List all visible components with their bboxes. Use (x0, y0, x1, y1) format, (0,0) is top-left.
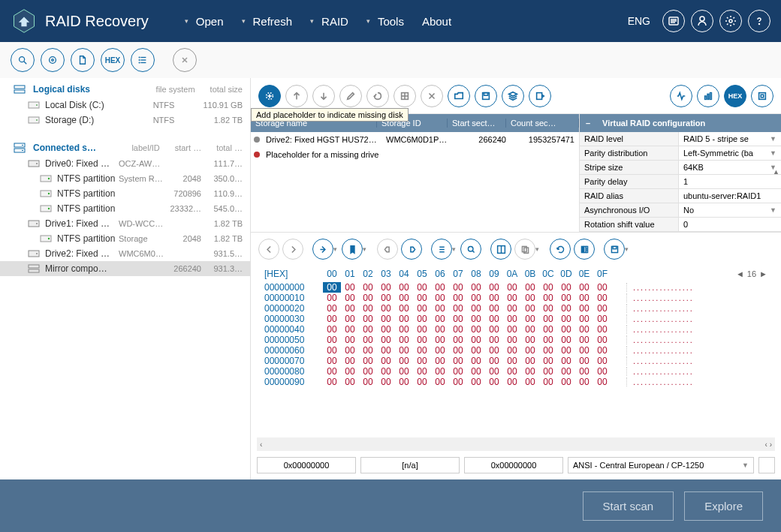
sidebar-logical-header: Logical disks file systemtotal size (0, 78, 250, 98)
svg-point-17 (139, 62, 140, 63)
connected-row[interactable]: NTFS partition 720896110.9… (0, 186, 250, 201)
grid-button[interactable] (394, 85, 416, 107)
menu-about[interactable]: About (416, 11, 457, 32)
connected-row[interactable]: Drive2: Fixed … WMC6M0…931.5… (0, 246, 250, 261)
tag-right-button[interactable] (401, 239, 422, 260)
add-placeholder-button[interactable] (258, 85, 281, 107)
app-logo-icon (11, 8, 38, 35)
svg-rect-58 (707, 94, 709, 99)
connected-row[interactable]: NTFS partition System R…2048350.0… (0, 171, 250, 186)
svg-point-37 (48, 208, 50, 209)
start-scan-button[interactable]: Start scan (583, 491, 674, 521)
undo-button[interactable] (366, 85, 389, 107)
svg-rect-75 (613, 246, 617, 248)
hex-list-button[interactable] (431, 239, 452, 260)
edit-button[interactable] (339, 85, 362, 107)
page-next-icon[interactable]: ► (759, 269, 767, 278)
hex-view[interactable]: [HEX] 000102030405060708090A0B0C0D0E0F ◄… (251, 266, 781, 437)
help-icon[interactable] (748, 10, 770, 32)
connected-row[interactable]: Drive0: Fixed … OCZ-AW…111.7… (0, 156, 250, 171)
connected-row[interactable]: Mirror compo… 266240931.3… (0, 261, 250, 276)
svg-line-9 (24, 62, 27, 65)
hex-copy-button[interactable] (514, 239, 535, 260)
hex-row[interactable]: 0000005000000000000000000000000000000000… (264, 335, 767, 345)
svg-rect-57 (705, 96, 707, 99)
connected-row[interactable]: NTFS partition Storage20481.82 TB (0, 231, 250, 246)
offset-input-2[interactable]: 0x00000000 (464, 457, 563, 473)
chart-icon[interactable] (697, 85, 719, 107)
hex-scrollbar[interactable]: ‹‹ › (257, 437, 775, 451)
hex-icon[interactable]: HEX (101, 48, 125, 72)
nav-back-button[interactable] (258, 239, 279, 260)
raid-config-row[interactable]: Asynchronous I/ONo▼ (580, 203, 781, 218)
menu-refresh[interactable]: Refresh (236, 11, 299, 32)
raid-config-row[interactable]: RAID aliasubuntu-server:RAID1 (580, 189, 781, 203)
hex-row[interactable]: 0000001000000000000000000000000000000000… (264, 293, 767, 303)
raid-config-row[interactable]: Rotation shift value0 (580, 218, 781, 232)
file-icon[interactable] (71, 48, 95, 72)
tag-left-button[interactable] (377, 239, 398, 260)
hex-row[interactable]: 0000007000000000000000000000000000000000… (264, 356, 767, 366)
raid-config-row[interactable]: Stripe size64KB▼ (580, 161, 781, 175)
raid-config-row[interactable]: RAID levelRAID 5 - stripe se▼ (580, 132, 781, 146)
expand-icon[interactable] (751, 85, 773, 107)
scroll-up-icon[interactable]: ▲ (773, 168, 779, 176)
nav-forward-button[interactable] (282, 239, 303, 260)
list-icon[interactable] (131, 48, 155, 72)
hex-columns-button[interactable] (574, 239, 595, 260)
bookmark-button[interactable] (342, 239, 363, 260)
language-selector[interactable]: ENG (628, 15, 650, 27)
export-button[interactable] (529, 85, 551, 107)
connected-row[interactable]: Drive1: Fixed … WD-WCC…1.82 TB (0, 216, 250, 231)
svg-point-39 (36, 223, 38, 224)
hex-search-button[interactable] (460, 239, 481, 260)
logical-disk-row[interactable]: Storage (D:)NTFS1.82 TB (0, 113, 250, 128)
move-up-button[interactable] (285, 85, 308, 107)
status-mid[interactable]: [n/a] (360, 457, 460, 473)
hex-save-button[interactable] (604, 239, 625, 260)
close-icon[interactable] (173, 48, 197, 72)
hex-row[interactable]: 0000000000000000000000000000000000000000… (264, 282, 767, 293)
storage-row[interactable]: Placeholder for a missing drive (251, 147, 579, 162)
svg-rect-71 (581, 246, 583, 252)
save-button[interactable] (475, 85, 497, 107)
svg-point-35 (48, 193, 50, 194)
hex-row[interactable]: 0000004000000000000000000000000000000000… (264, 324, 767, 335)
hex-refresh-button[interactable] (550, 239, 571, 260)
storage-row[interactable]: Drive2: Fixed HGST HUS722T1… WMC6M0D1PLC… (251, 132, 579, 147)
hex-layout-button[interactable] (490, 239, 511, 260)
menu-open[interactable]: Open (179, 11, 230, 32)
settings-icon[interactable] (719, 10, 742, 32)
activity-icon[interactable] (670, 85, 692, 107)
scan-icon[interactable] (41, 48, 65, 72)
open-button[interactable] (448, 85, 470, 107)
connected-row[interactable]: NTFS partition 23332…545.0… (0, 201, 250, 216)
status-extra[interactable] (758, 457, 775, 473)
menu-raid[interactable]: RAID (304, 11, 354, 32)
hex-mode-button[interactable]: HEX (724, 85, 746, 107)
hex-row[interactable]: 0000006000000000000000000000000000000000… (264, 345, 767, 356)
menu-tools[interactable]: Tools (360, 11, 410, 32)
remove-button[interactable] (421, 85, 443, 107)
user-icon[interactable] (691, 10, 713, 32)
goto-button[interactable] (312, 239, 333, 260)
search-icon[interactable] (11, 48, 35, 72)
storage-icon (39, 173, 53, 184)
raid-config-row[interactable]: Parity delay1 (580, 175, 781, 189)
explore-button[interactable]: Explore (684, 491, 763, 521)
encoding-select[interactable]: ANSI - Central European / CP-1250▼ (568, 457, 754, 473)
hex-row[interactable]: 0000008000000000000000000000000000000000… (264, 366, 767, 377)
layers-button[interactable] (502, 85, 524, 107)
offset-input-1[interactable]: 0x00000000 (257, 457, 356, 473)
raid-config-row[interactable]: Parity distributionLeft-Symmetric (ba▼ (580, 146, 781, 161)
upper-panels: Storage name Storage ID Start sect… Coun… (251, 114, 781, 233)
logical-disk-row[interactable]: Local Disk (C:)NTFS110.91 GB (0, 98, 250, 113)
svg-point-41 (48, 238, 50, 239)
move-down-button[interactable] (312, 85, 335, 107)
hex-row[interactable]: 0000009000000000000000000000000000000000… (264, 377, 767, 387)
svg-rect-20 (14, 86, 25, 89)
page-prev-icon[interactable]: ◄ (736, 269, 744, 278)
hex-row[interactable]: 0000002000000000000000000000000000000000… (264, 303, 767, 314)
log-icon[interactable] (662, 10, 685, 32)
hex-row[interactable]: 0000003000000000000000000000000000000000… (264, 314, 767, 324)
